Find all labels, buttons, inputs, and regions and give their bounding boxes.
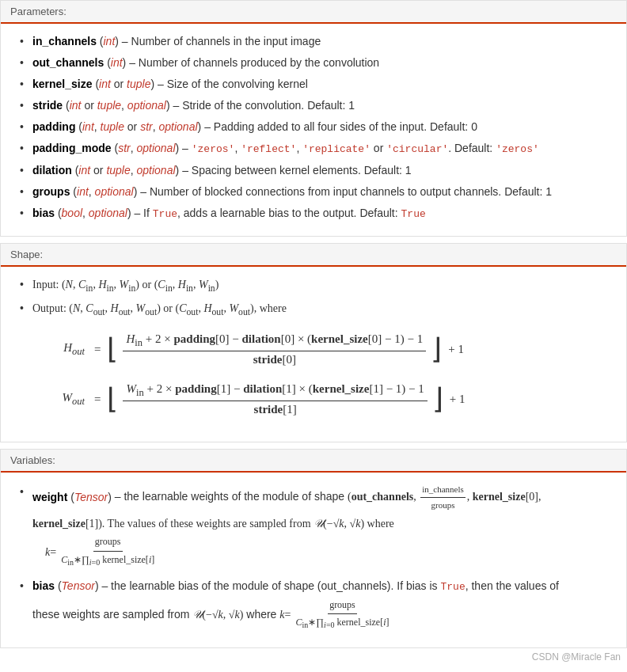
wout-lhs: Wout xyxy=(45,391,85,408)
param-name: in_channels xyxy=(32,35,97,47)
variables-header: Variables: xyxy=(1,450,626,473)
watermark-text: CSDN @Miracle Fan xyxy=(532,651,621,663)
in-channels-frac: in_channels groups xyxy=(420,482,466,514)
param-optional: optional xyxy=(136,142,175,154)
param-type: str xyxy=(140,120,153,133)
param-type-wrap: (str, optional) xyxy=(114,142,179,154)
output-shape: Output: (N, Cout, Hout, Wout) or (Cout, … xyxy=(32,302,287,314)
list-item: in_channels (int) – Number of channels i… xyxy=(20,33,614,50)
bias-k-num: groups xyxy=(328,597,357,615)
bias-k-fraction: groups Cin∗∏i=0 kernel_size[i] xyxy=(294,597,390,633)
wout-equation: Wout = ⌊ Win + 2 × padding[1] − dilation… xyxy=(45,382,614,416)
variables-list: weight (Tensor) – the learnable weights … xyxy=(13,482,614,633)
param-desc: – Size of the convolving kernel xyxy=(158,78,308,90)
param-desc: – Number of channels produced by the con… xyxy=(129,56,379,69)
list-item: bias (bool, optional) – If True, adds a … xyxy=(20,205,614,222)
frac-den: groups xyxy=(430,498,457,514)
shape-list: Input: (N, Cin, Hin, Win) or (Cin, Hin, … xyxy=(13,276,614,320)
k-num: groups xyxy=(93,533,123,552)
floor-right: ⌋ xyxy=(432,385,443,413)
param-desc: – Padding added to all four sides of the… xyxy=(204,120,477,133)
param-type: int xyxy=(99,78,111,90)
list-item: stride (int or tuple, optional) – Stride… xyxy=(20,97,614,114)
or-text: or xyxy=(127,120,137,133)
floor-right: ⌋ xyxy=(431,335,442,363)
list-item: padding (int, tuple or str, optional) – … xyxy=(20,119,614,135)
param-type-wrap: (int or tuple) xyxy=(95,78,154,90)
list-item: out_channels (int) – Number of channels … xyxy=(20,55,614,71)
hout-equation: Hout = ⌊ Hin + 2 × padding[0] − dilation… xyxy=(45,332,614,366)
input-shape: Input: (N, Cin, Hin, Win) or (Cin, Hin, … xyxy=(32,279,218,290)
param-type: int xyxy=(82,120,94,133)
shape-section: Shape: Input: (N, Cin, Hin, Win) or (Cin… xyxy=(0,243,627,442)
watermark: CSDN @Miracle Fan xyxy=(0,648,627,666)
or-text: or xyxy=(114,78,124,90)
or-text: or xyxy=(93,164,103,177)
bias-k-den: Cin∗∏i=0 kernel_size[i] xyxy=(294,614,390,632)
param-type: int xyxy=(77,185,89,198)
param-type: tuple xyxy=(106,164,130,177)
param-type: bool xyxy=(62,207,82,219)
parameters-section: Parameters: in_channels (int) – Number o… xyxy=(0,0,627,237)
wout-numerator: Win + 2 × padding[1] − dilation[1] × (ke… xyxy=(123,382,427,401)
list-item: Input: (N, Cin, Hin, Win) or (Cin, Hin, … xyxy=(20,276,614,295)
param-optional: optional xyxy=(95,185,134,198)
param-type-wrap: (bool, optional) xyxy=(58,207,131,219)
list-item: bias (Tensor) – the learnable bias of th… xyxy=(20,576,614,632)
list-item: weight (Tensor) – the learnable weights … xyxy=(20,482,614,571)
param-name: padding_mode xyxy=(32,142,112,154)
variables-section: Variables: weight (Tensor) – the learnab… xyxy=(0,449,627,648)
param-type: int xyxy=(78,164,90,177)
bias-name: bias xyxy=(32,579,55,592)
param-type: int xyxy=(70,99,82,112)
param-type-wrap: (int, optional) xyxy=(73,185,137,198)
weight-type-wrap: (Tensor) xyxy=(70,490,112,503)
param-type: tuple xyxy=(101,120,124,133)
param-type-wrap: (int) xyxy=(100,35,119,47)
floor-left: ⌊ xyxy=(107,335,118,363)
parameters-header: Parameters: xyxy=(1,1,626,24)
param-desc: – Spacing between kernel elements. Defau… xyxy=(182,164,412,177)
wout-fraction: Win + 2 × padding[1] − dilation[1] × (ke… xyxy=(123,382,427,416)
param-type: tuple xyxy=(97,99,121,112)
list-item: Output: (N, Cout, Hout, Wout) or (Cout, … xyxy=(20,300,614,319)
equals-sign: = xyxy=(94,393,101,406)
param-desc: – Stride of the convolution. Default: 1 xyxy=(173,99,355,112)
weight-shape: (out_channels, in_channels groups , xyxy=(348,491,473,503)
param-type: tuple xyxy=(127,78,150,90)
bias-type: Tensor xyxy=(62,579,95,592)
parameters-list: in_channels (int) – Number of channels i… xyxy=(13,33,614,222)
param-name: bias xyxy=(32,207,55,219)
param-type-wrap: (int) xyxy=(107,56,126,69)
bias-type-wrap: (Tensor) xyxy=(58,579,99,592)
hout-fraction: Hin + 2 × padding[0] − dilation[0] × (ke… xyxy=(123,332,426,366)
shape-title: Shape: xyxy=(10,249,43,260)
parameters-title: Parameters: xyxy=(10,6,66,17)
parameters-body: in_channels (int) – Number of channels i… xyxy=(1,24,626,236)
param-optional: optional xyxy=(159,120,198,133)
param-optional: optional xyxy=(137,164,176,177)
or-text: or xyxy=(84,99,93,112)
list-item: kernel_size (int or tuple) – Size of the… xyxy=(20,76,614,93)
param-name: dilation xyxy=(32,164,72,177)
bias-desc-2: these weights are sampled from 𝒰(−√k, √k… xyxy=(32,608,393,621)
weight-type: Tensor xyxy=(74,490,108,503)
hout-denominator: stride[0] xyxy=(250,351,299,366)
list-item: dilation (int or tuple, optional) – Spac… xyxy=(20,162,614,179)
list-item: groups (int, optional) – Number of block… xyxy=(20,184,614,200)
variables-body: weight (Tensor) – the learnable weights … xyxy=(1,473,626,647)
param-optional: optional xyxy=(89,207,127,219)
param-name: out_channels xyxy=(32,56,104,69)
param-desc: – 'zeros', 'reflect', 'replicate' or 'ci… xyxy=(182,142,539,154)
param-name: padding xyxy=(32,120,75,133)
param-optional: optional xyxy=(127,99,166,112)
param-type-wrap: (int or tuple, optional) xyxy=(66,99,170,112)
param-name: kernel_size xyxy=(32,78,93,90)
shape-header: Shape: xyxy=(1,244,626,267)
weight-k-formula: k = groups Cin∗∏i=0 kernel_size[i] xyxy=(45,533,158,570)
param-type: int xyxy=(103,35,115,47)
param-desc: – If True, adds a learnable bias to the … xyxy=(134,207,425,219)
shape-body: Input: (N, Cin, Hin, Win) or (Cin, Hin, … xyxy=(1,267,626,442)
k-den: Cin∗∏i=0 kernel_size[i] xyxy=(59,552,156,570)
equals-sign: = xyxy=(94,343,101,356)
